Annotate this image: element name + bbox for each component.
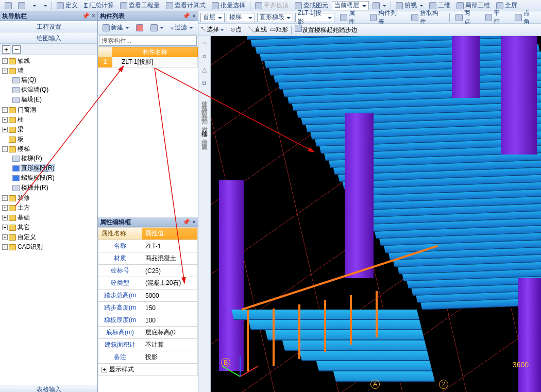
folder-icon (9, 234, 16, 241)
tree-node-foundation[interactable]: 基础 (18, 214, 30, 221)
section-table-input[interactable]: 表格输入 (0, 385, 97, 392)
close-icon[interactable]: × (192, 12, 196, 20)
search-input[interactable] (99, 36, 197, 46)
prop-value[interactable]: 5000 (142, 289, 198, 302)
toggle-icon[interactable]: + (2, 234, 8, 240)
toggle-icon[interactable]: + (2, 244, 8, 250)
undo-button[interactable] (2, 1, 14, 10)
expand-all-button[interactable]: + (2, 45, 10, 54)
toggle-icon[interactable]: − (2, 68, 8, 74)
grid-row-value[interactable]: ZLT-1[投影] (112, 57, 198, 67)
redo-dropdown[interactable] (40, 1, 49, 10)
tree-node-axes[interactable]: 轴线 (18, 57, 30, 64)
prop-value[interactable]: 100 (142, 314, 198, 327)
tree-item[interactable]: 保温墙(Q) (21, 86, 48, 93)
view-expr-button[interactable]: 查看计算式 (163, 1, 208, 10)
toggle-icon[interactable]: + (2, 58, 8, 64)
delete-component-button[interactable] (133, 23, 146, 32)
nav-panel-header: 块导航栏 📌 × (0, 11, 97, 21)
tree-node-wall[interactable]: 墙 (18, 67, 24, 74)
toggle-icon[interactable]: − (2, 146, 8, 152)
tree-node-opening[interactable]: 门窗洞 (18, 106, 36, 113)
nav-tree[interactable]: +轴线 −墙 墙(Q) 保温墙(Q) 墙垛(E) +门窗洞 +柱 +梁 板 −楼… (0, 55, 97, 385)
new-component-button[interactable]: 新建 (100, 22, 131, 33)
tree-item[interactable]: 楼梯井(R) (21, 184, 48, 191)
prop-value[interactable]: (C25) (142, 265, 198, 277)
prop-value[interactable]: 层底标高(0 (142, 327, 198, 339)
rect-tool[interactable]: ▭矩形 (270, 25, 288, 34)
tree-node-custom[interactable]: 自定义 (18, 233, 36, 241)
set-stair-start-button[interactable]: 设置楼梯起始踏步边 (295, 25, 358, 35)
expand-icon[interactable]: + (102, 367, 107, 372)
tree-node-cad[interactable]: CAD识别 (18, 243, 43, 250)
toggle-icon[interactable]: + (2, 205, 8, 211)
toggle-icon[interactable]: + (2, 107, 8, 113)
define-button[interactable]: 定义 (54, 1, 80, 10)
tree-item[interactable]: 墙(Q) (21, 76, 36, 83)
folder-icon (9, 117, 16, 123)
item-icon (12, 97, 20, 103)
subtype-dropdown[interactable]: 直形梯段 (257, 13, 293, 22)
copy-component-button[interactable] (148, 23, 166, 32)
align-slab-button: 平齐板顶 (252, 1, 291, 10)
filter-button[interactable]: ▿过滤 (168, 22, 195, 33)
collapse-all-button[interactable]: − (12, 45, 21, 54)
component-dropdown[interactable]: ZLT-1[投影 (295, 13, 334, 22)
line-tool[interactable]: ╲直线 (248, 25, 267, 34)
category-dropdown[interactable]: 楼梯 (227, 13, 255, 22)
close-icon[interactable]: × (92, 12, 95, 20)
tree-node-finish[interactable]: 装修 (18, 194, 30, 201)
prop-name: 砼标号 (98, 265, 142, 277)
property-grid[interactable]: 属性名称属性值 名称ZLT-1 材质商品混凝土 砼标号(C25) 砼类型(混凝土… (98, 227, 198, 392)
point-tool[interactable]: ⊙点 (230, 25, 242, 34)
section-drawing-input[interactable]: 绘图输入 (0, 32, 97, 44)
select-tool[interactable]: ↖选择 (200, 25, 224, 34)
viewport-3d[interactable]: ↔ ⧈ △ ⧉ 延伸 修剪 打断 合并 分割 对齐 偏移 拉伸 设置夹点 (198, 36, 541, 392)
tree-item[interactable]: 楼梯(R) (21, 155, 42, 162)
tree-node-stair[interactable]: 楼梯 (18, 145, 30, 152)
tree-item[interactable]: 墙垛(E) (21, 96, 42, 103)
column (518, 278, 541, 392)
prop-value[interactable]: (混凝土20石) (142, 277, 198, 289)
item-icon (12, 77, 20, 83)
tree-node-earth[interactable]: 土方 (18, 204, 30, 211)
tree-node-column[interactable]: 柱 (18, 116, 24, 123)
toggle-icon[interactable]: + (2, 215, 8, 220)
prop-name: 底标高(m) (98, 327, 142, 339)
toggle-icon[interactable]: + (2, 225, 8, 230)
batch-select-button[interactable]: 批量选择 (209, 1, 248, 10)
close-icon[interactable]: × (192, 218, 196, 226)
pin-icon[interactable]: 📌 (182, 12, 190, 20)
side-tool[interactable]: ⧈ (200, 52, 209, 61)
toggle-icon[interactable]: + (2, 195, 8, 201)
section-project-settings[interactable]: 工程设置 (0, 21, 97, 32)
undo-dropdown[interactable] (29, 1, 39, 10)
tree-node-other[interactable]: 其它 (18, 224, 30, 231)
toggle-icon[interactable]: + (2, 117, 8, 123)
toggle-icon[interactable]: + (2, 127, 8, 132)
pin-icon[interactable]: 📌 (82, 12, 90, 20)
tree-node-slab[interactable]: 板 (18, 135, 24, 143)
prop-name: 备注 (98, 351, 142, 364)
pin-icon[interactable]: 📌 (182, 218, 190, 226)
tree-item-selected[interactable]: 直形梯段(R) (21, 164, 55, 172)
prop-value[interactable]: 商品混凝土 (142, 252, 198, 265)
prop-value[interactable]: 投影 (142, 351, 198, 364)
prop-value[interactable]: 不计算 (142, 339, 198, 351)
sum-calc-button[interactable]: Σ汇总计算 (81, 1, 116, 10)
view-qty-button[interactable]: 查看工程量 (117, 1, 162, 10)
railing-post (324, 300, 326, 352)
item-icon (12, 165, 20, 172)
nav-panel-title: 块导航栏 (2, 12, 27, 21)
side-tool[interactable]: ↔ (200, 38, 209, 47)
floor-dropdown[interactable]: 首层 (200, 13, 225, 22)
prop-expand-row[interactable]: +显示样式 (98, 364, 198, 376)
folder-icon (9, 225, 16, 231)
prop-value[interactable]: 150 (142, 302, 198, 314)
side-tool[interactable]: ⧉ (200, 78, 209, 88)
tree-item[interactable]: 螺旋梯段(R) (21, 174, 55, 181)
side-tool[interactable]: △ (200, 65, 209, 74)
prop-value[interactable]: ZLT-1 (142, 240, 198, 252)
redo-button[interactable] (15, 1, 28, 10)
tree-node-beam[interactable]: 梁 (18, 126, 24, 133)
